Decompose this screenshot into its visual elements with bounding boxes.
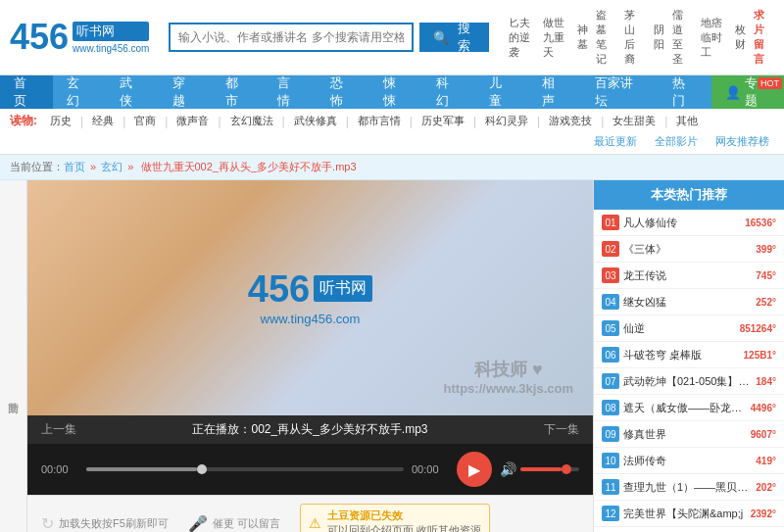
hot-badge: HOT	[758, 77, 782, 89]
search-area: 🔍 搜索	[169, 23, 489, 52]
nav-baijia[interactable]: 百家讲坛	[581, 75, 660, 109]
prev-episode-link[interactable]: 上一集	[41, 421, 76, 438]
divider: |	[410, 115, 413, 128]
sidebar-rank: 08	[602, 400, 619, 415]
top-link[interactable]: 地痞临时工	[701, 16, 727, 60]
top-link[interactable]: 阴阳	[654, 23, 664, 52]
nav-wuxia[interactable]: 武侠	[106, 75, 159, 109]
breadcrumb-arrow: »	[90, 161, 99, 172]
warning-icon: ⚠	[309, 515, 321, 531]
top-link[interactable]: 枚财	[735, 23, 746, 52]
nav-home[interactable]: 首页	[0, 75, 53, 109]
sidebar-item[interactable]: 04 继女凶猛 252°	[594, 289, 784, 315]
divider: |	[218, 115, 220, 128]
sub-nav-nvsheng[interactable]: 女生甜美	[608, 113, 661, 129]
sidebar-rank: 12	[602, 506, 619, 521]
nav-dushi[interactable]: 都市	[212, 75, 265, 109]
sub-nav-other[interactable]: 其他	[671, 113, 703, 129]
next-episode-link[interactable]: 下一集	[544, 421, 579, 438]
player-area: 456 听书网 www.ting456.com 科技师 ♥ https://ww…	[27, 180, 593, 532]
recommend-link[interactable]: 网友推荐榜	[710, 133, 774, 150]
recent-update-link[interactable]: 最近更新	[589, 133, 642, 150]
sidebar-item-count: 16536°	[745, 218, 776, 228]
nav-xuanhuan[interactable]: 玄幻	[53, 75, 106, 109]
volume-area: 🔊	[500, 461, 579, 477]
sidebar-item[interactable]: 02 《三体》 399°	[594, 236, 784, 263]
search-label: 搜索	[453, 20, 476, 55]
sidebar-item[interactable]: 06 斗破苍穹 桌棒版 125B1°	[594, 342, 784, 368]
divider: |	[80, 115, 83, 128]
search-button[interactable]: 🔍 搜索	[419, 23, 490, 52]
logo: 456 听书网 www.ting456.com	[10, 20, 149, 55]
top-link[interactable]: 儒道至圣	[672, 8, 693, 67]
rec-link[interactable]: 求片留言	[754, 8, 774, 67]
progress-thumb[interactable]	[197, 464, 207, 474]
sub-nav-youxi[interactable]: 游戏竞技	[544, 113, 597, 129]
divider: |	[601, 115, 604, 128]
search-input[interactable]	[169, 23, 413, 52]
nav-shu[interactable]: 悚悚	[369, 75, 422, 109]
breadcrumb-current: 做世九重天002_再从头_多少美好不放手.mp3	[141, 161, 357, 172]
sidebar-title: 本类热门推荐	[594, 180, 784, 210]
sub-nav-guanshang[interactable]: 官商	[129, 113, 161, 129]
sidebar-item[interactable]: 09 修真世界 9607°	[594, 421, 784, 448]
sub-nav-xuanhuan[interactable]: 玄幻魔法	[225, 113, 278, 129]
nav-hot[interactable]: 热门	[659, 75, 711, 109]
sidebar-item[interactable]: 12 完美世界【头陀渊&amp;j 2392°	[594, 501, 784, 527]
sidebar-item-count: 419°	[756, 456, 776, 466]
play-button[interactable]: ▶	[457, 452, 492, 487]
sidebar-item-name: 继女凶猛	[623, 295, 752, 310]
sidebar-item[interactable]: 08 遮天（威女傲——卧龙先生版） 4496°	[594, 395, 784, 421]
sidebar-item[interactable]: 10 法师传奇 419°	[594, 448, 784, 474]
sidebar-item[interactable]: 11 查理九世（1）——黑贝街的 202°	[594, 474, 784, 501]
divider: |	[122, 115, 125, 128]
volume-track[interactable]	[520, 467, 579, 471]
sub-nav-dushi[interactable]: 都市言情	[353, 113, 406, 129]
top-link[interactable]: 茅山后裔	[624, 8, 645, 67]
sidebar-item[interactable]: 07 武动乾坤【021-050集】(蜡笔 184°	[594, 368, 784, 395]
divider: |	[664, 115, 667, 128]
nav-xiangsheng[interactable]: 相声	[528, 75, 581, 109]
sub-nav-classic[interactable]: 经典	[87, 113, 119, 129]
divider: |	[165, 115, 168, 128]
top-link[interactable]: 匕夫的逆袭	[509, 16, 535, 60]
top-link[interactable]: 神墓	[577, 23, 588, 52]
volume-thumb[interactable]	[562, 464, 571, 474]
nav-chuanyue[interactable]: 穿越	[159, 75, 212, 109]
sub-nav-wuxia[interactable]: 武侠修真	[289, 113, 342, 129]
top-link[interactable]: 做世九重天	[543, 16, 569, 60]
top-link[interactable]: 盗墓笔记	[596, 8, 616, 67]
nav-yanqing[interactable]: 言情	[264, 75, 317, 109]
sidebar-item[interactable]: 13 遮天 1721°	[594, 527, 784, 532]
sidebar-item-count: 399°	[756, 244, 776, 255]
sub-nav-label: 读物:	[10, 113, 37, 129]
logo-text: 听书网 www.ting456.com	[73, 22, 149, 54]
sidebar-rank: 05	[602, 320, 619, 336]
sub-nav-history[interactable]: 历史	[45, 113, 76, 129]
player-logo-url: www.ting456.com	[248, 312, 372, 326]
breadcrumb-xuanhuan[interactable]: 玄幻	[101, 161, 122, 172]
left-sponsor: 赞助商	[0, 180, 27, 532]
sidebar-item[interactable]: 05 仙逆 851264°	[594, 315, 784, 342]
progress-fill	[86, 467, 197, 471]
sub-nav-lishi[interactable]: 历史军事	[416, 113, 469, 129]
sidebar-rank: 04	[602, 294, 619, 310]
all-films-link[interactable]: 全部影片	[650, 133, 703, 150]
sidebar-item[interactable]: 03 龙王传说 745°	[594, 263, 784, 289]
mic-icon: 🎤	[188, 514, 208, 533]
sidebar-item-name: 武动乾坤【021-050集】(蜡笔	[623, 374, 752, 389]
sidebar-item-count: 252°	[756, 297, 776, 308]
nav-special[interactable]: 👤 专题 HOT	[711, 75, 784, 109]
sidebar-item[interactable]: 01 凡人修仙传 16536°	[594, 210, 784, 236]
nav-ertong[interactable]: 儿童	[475, 75, 528, 109]
sub-nav-weishengyin[interactable]: 微声音	[172, 113, 214, 129]
breadcrumb-home[interactable]: 首页	[64, 161, 85, 172]
nav-kongbu[interactable]: 恐怖	[317, 75, 369, 109]
sub-nav-kehuan[interactable]: 科幻灵异	[480, 113, 533, 129]
nav-kehuan[interactable]: 科幻	[422, 75, 475, 109]
sidebar-item-count: 4496°	[751, 403, 776, 413]
divider: |	[282, 115, 285, 128]
progress-track[interactable]	[86, 467, 404, 471]
sidebar-rank: 07	[602, 373, 619, 389]
current-episode: 正在播放：002_再从头_多少美好不放手.mp3	[192, 421, 427, 438]
